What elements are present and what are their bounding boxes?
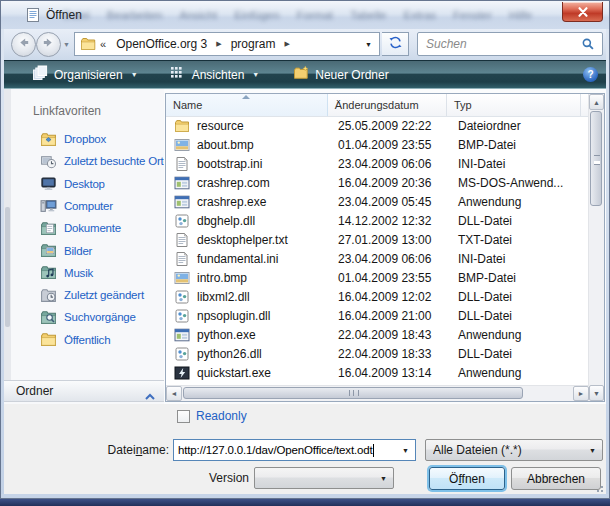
vertical-scrollbar[interactable]: ▲ ▼ bbox=[588, 94, 604, 401]
version-label: Version bbox=[144, 471, 249, 485]
help-button[interactable]: ? bbox=[583, 67, 598, 82]
refresh-icon bbox=[388, 35, 403, 54]
dialog-content: Linkfavoriten DropboxZuletzt besuchte Or… bbox=[4, 89, 608, 404]
sidebar-item-zuletzt-ge-ndert[interactable]: Zuletzt geändert bbox=[40, 285, 144, 305]
writer-document-icon bbox=[25, 7, 41, 23]
breadcrumb-bar[interactable]: « OpenOffice.org 3 ▶ program ▶ ▼ bbox=[74, 32, 380, 56]
sidebar-scrollbar[interactable] bbox=[4, 89, 11, 380]
scroll-up-icon[interactable]: ▲ bbox=[589, 94, 604, 110]
sidebar-item-zuletzt-besuchte-orte[interactable]: Zuletzt besuchte Orte bbox=[40, 151, 164, 171]
column-header-type[interactable]: Typ bbox=[447, 94, 581, 116]
sidebar-heading: Linkfavoriten bbox=[33, 104, 101, 118]
file-row-crashrep-com[interactable]: crashrep.com16.04.2009 20:36MS-DOS-Anwen… bbox=[166, 173, 589, 192]
file-row-python26-dll[interactable]: python26.dll22.04.2009 18:33DLL-Datei bbox=[166, 344, 589, 363]
search-icon[interactable] bbox=[581, 37, 595, 51]
file-date: 27.01.2009 13:00 bbox=[329, 233, 449, 247]
column-header-date[interactable]: Änderungsdatum bbox=[328, 94, 447, 116]
pictures-folder-icon bbox=[40, 242, 57, 259]
breadcrumb-separator-icon[interactable]: ▶ bbox=[211, 40, 226, 48]
filename-input[interactable]: http://127.0.0.1/dav/OpenOffice/text.odt… bbox=[173, 439, 416, 461]
organize-icon bbox=[32, 65, 48, 84]
breadcrumb-overflow-chevron[interactable]: « bbox=[100, 38, 106, 50]
file-name: resource bbox=[197, 119, 244, 133]
file-name: python26.dll bbox=[197, 347, 262, 361]
file-type: INI-Datei bbox=[449, 157, 584, 171]
ansichten-button[interactable]: Ansichten ▼ bbox=[160, 61, 270, 88]
sidebar-item-bilder[interactable]: Bilder bbox=[40, 241, 92, 261]
file-date: 22.04.2009 18:43 bbox=[329, 328, 449, 342]
dll-icon bbox=[174, 308, 190, 324]
vertical-scroll-thumb[interactable] bbox=[590, 111, 602, 206]
background-menu-item: Fenster bbox=[453, 9, 492, 21]
file-row-resource[interactable]: resource25.05.2009 22:22Dateiordner bbox=[166, 116, 589, 135]
file-row-dbghelp-dll[interactable]: dbghelp.dll14.12.2002 12:32DLL-Datei bbox=[166, 211, 589, 230]
computer-icon bbox=[40, 197, 57, 214]
filename-dropdown-icon[interactable]: ▼ bbox=[396, 447, 415, 454]
horizontal-scroll-thumb[interactable] bbox=[183, 387, 523, 399]
music-folder-icon bbox=[40, 264, 57, 281]
file-type: DLL-Datei bbox=[449, 290, 584, 304]
sidebar-item-dropbox[interactable]: Dropbox bbox=[40, 129, 106, 149]
sidebar-item-desktop[interactable]: Desktop bbox=[40, 174, 105, 194]
file-row-desktophelper-txt[interactable]: desktophelper.txt27.01.2009 13:00TXT-Dat… bbox=[166, 230, 589, 249]
sort-ascending-icon bbox=[242, 95, 250, 99]
file-row-crashrep-exe[interactable]: crashrep.exe23.04.2009 05:45Anwendung bbox=[166, 192, 589, 211]
readonly-checkbox[interactable] bbox=[177, 410, 190, 423]
background-menu-item: Extras bbox=[403, 9, 436, 21]
background-menu-item: Bearbeiten bbox=[107, 9, 163, 21]
breadcrumb-item-program[interactable]: program bbox=[227, 37, 280, 51]
scroll-right-icon[interactable]: ► bbox=[573, 386, 589, 401]
file-row-bootstrap-ini[interactable]: bootstrap.ini23.04.2009 06:06INI-Datei bbox=[166, 154, 589, 173]
file-row-quickstart-exe[interactable]: quickstart.exe16.04.2009 13:14Anwendung bbox=[166, 363, 589, 382]
documents-folder-icon bbox=[40, 220, 57, 237]
refresh-button[interactable] bbox=[382, 32, 409, 56]
filetype-select[interactable]: Alle Dateien (*.*) ▼ bbox=[425, 439, 603, 461]
address-dropdown-icon[interactable]: ▼ bbox=[358, 41, 379, 48]
folders-expander[interactable]: Ordner bbox=[4, 380, 164, 402]
file-row-about-bmp[interactable]: about.bmp01.04.2009 23:55BMP-Datei bbox=[166, 135, 589, 154]
close-button[interactable] bbox=[562, 2, 603, 22]
sidebar-item-suchvorg-nge[interactable]: Suchvorgänge bbox=[40, 307, 136, 327]
neuer-ordner-button[interactable]: Neuer Ordner bbox=[283, 61, 398, 88]
open-button[interactable]: Öffnen bbox=[429, 467, 505, 490]
history-dropdown-icon[interactable]: ▼ bbox=[63, 41, 70, 48]
cancel-button[interactable]: Abbrechen bbox=[511, 467, 601, 490]
title-bar[interactable]: Öffnen DateiBearbeitenAnsichtEinfügenFor… bbox=[1, 1, 609, 30]
organisieren-button[interactable]: Organisieren ▼ bbox=[22, 61, 148, 88]
version-select[interactable]: ▼ bbox=[254, 467, 394, 489]
sidebar-item-dokumente[interactable]: Dokumente bbox=[40, 218, 121, 238]
file-type: Anwendung bbox=[449, 195, 584, 209]
forward-button[interactable] bbox=[36, 32, 61, 57]
scroll-down-icon[interactable]: ▼ bbox=[589, 385, 604, 401]
scroll-left-icon[interactable]: ◄ bbox=[166, 386, 182, 401]
search-box[interactable]: Suchen bbox=[417, 32, 603, 56]
readonly-label: Readonly bbox=[196, 409, 247, 423]
chevron-down-icon: ▼ bbox=[131, 71, 138, 78]
sidebar-item-musik[interactable]: Musik bbox=[40, 263, 93, 283]
file-type: INI-Datei bbox=[449, 252, 584, 266]
public-folder-icon bbox=[40, 331, 57, 348]
file-row-libxml2-dll[interactable]: libxml2.dll16.04.2009 12:02DLL-Datei bbox=[166, 287, 589, 306]
app-icon bbox=[174, 194, 190, 210]
sidebar-item-ffentlich[interactable]: Öffentlich bbox=[40, 330, 110, 350]
sidebar-item-computer[interactable]: Computer bbox=[40, 196, 113, 216]
back-button[interactable] bbox=[11, 32, 36, 57]
horizontal-scrollbar[interactable]: ◄ ► bbox=[166, 385, 589, 401]
file-row-intro-bmp[interactable]: intro.bmp01.04.2009 23:55BMP-Datei bbox=[166, 268, 589, 287]
breadcrumb-separator-icon[interactable]: ▶ bbox=[279, 40, 294, 48]
file-row-python-exe[interactable]: python.exe22.04.2009 18:43Anwendung bbox=[166, 325, 589, 344]
app-dark-icon bbox=[174, 365, 190, 381]
readonly-option[interactable]: Readonly bbox=[177, 409, 247, 423]
breadcrumb-item-openoffice[interactable]: OpenOffice.org 3 bbox=[112, 37, 211, 51]
column-header-name[interactable]: Name bbox=[166, 94, 328, 116]
desktop-icon bbox=[40, 175, 57, 192]
file-row-npsoplugin-dll[interactable]: npsoplugin.dll16.04.2009 21:00DLL-Datei bbox=[166, 306, 589, 325]
file-date: 16.04.2009 21:00 bbox=[329, 309, 449, 323]
folder-icon bbox=[80, 36, 96, 52]
file-name: npsoplugin.dll bbox=[197, 309, 270, 323]
help-icon: ? bbox=[587, 69, 593, 80]
file-type: Anwendung bbox=[449, 328, 584, 342]
file-row-fundamental-ini[interactable]: fundamental.ini23.04.2009 06:06INI-Datei bbox=[166, 249, 589, 268]
file-date: 01.04.2009 23:55 bbox=[329, 271, 449, 285]
image-icon bbox=[174, 137, 190, 153]
